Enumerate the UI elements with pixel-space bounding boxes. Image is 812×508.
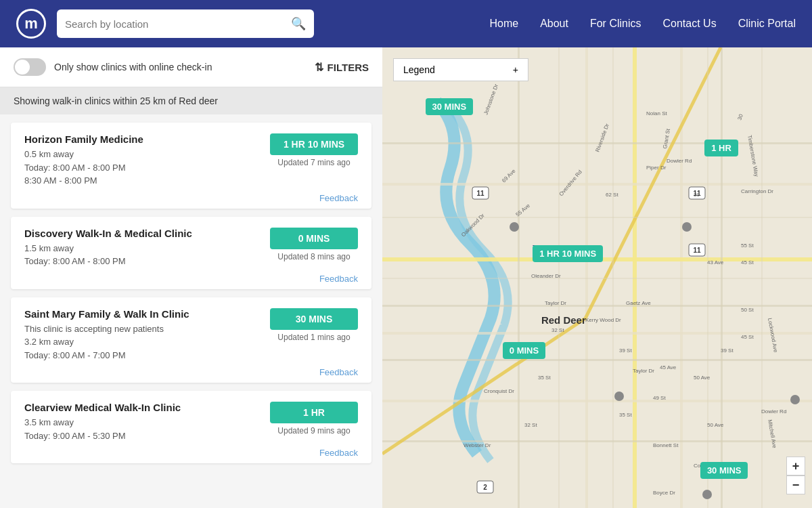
header: m 🔍 Home About For Clinics Contact Us Cl… <box>0 0 812 47</box>
svg-text:Bonnett St: Bonnett St <box>653 442 679 448</box>
updated-1: Updated 8 mins ago <box>270 252 358 261</box>
feedback-link-3[interactable]: Feedback <box>319 448 358 458</box>
updated-3: Updated 9 mins ago <box>270 426 358 436</box>
svg-rect-15 <box>382 278 812 279</box>
svg-text:35 St: 35 St <box>538 375 551 381</box>
clinic-hours-0: Today: 8:00 AM - 8:00 PM <box>24 161 143 175</box>
svg-rect-19 <box>761 47 763 508</box>
svg-rect-18 <box>707 47 708 508</box>
svg-text:45 Ave: 45 Ave <box>660 364 677 371</box>
svg-text:11: 11 <box>693 247 701 254</box>
map-placeholder: 11 11 11 2 Johnstone Dr Piper Dr Nolan S… <box>382 47 812 508</box>
svg-text:62 St: 62 St <box>606 192 618 198</box>
clinic-distance-3: 3.5 km away <box>24 416 181 429</box>
clinic-card-0: Horizon Family Medicine 0.5 km away Toda… <box>11 123 371 209</box>
clinic-hours-1: Today: 8:00 AM - 8:00 PM <box>24 255 192 268</box>
map-badge-0[interactable]: 30 MINS <box>426 98 474 115</box>
svg-rect-16 <box>612 47 614 508</box>
svg-point-30 <box>614 391 624 401</box>
online-checkin-toggle[interactable] <box>14 58 46 76</box>
search-icon[interactable]: 🔍 <box>291 16 306 31</box>
map-badge-4[interactable]: 30 MINS <box>700 462 748 479</box>
svg-text:45 St: 45 St <box>741 334 754 340</box>
clinic-wait-group-0: 1 HR 10 MINS Updated 7 mins ago <box>270 133 358 167</box>
svg-text:30: 30 <box>694 192 700 198</box>
svg-text:Webster Dr: Webster Dr <box>464 442 491 448</box>
clinic-card-1: Discovery Walk-In & Medical Clinic 1.5 k… <box>11 217 371 289</box>
logo-letter: m <box>24 15 38 33</box>
map-svg: 11 11 11 2 Johnstone Dr Piper Dr Nolan S… <box>382 47 812 508</box>
svg-text:45 St: 45 St <box>741 259 754 266</box>
map-badge-3[interactable]: 0 MINS <box>503 342 545 359</box>
search-bar[interactable]: 🔍 <box>57 9 314 38</box>
left-panel: Only show clinics with online check-in ⇅… <box>0 47 382 508</box>
clinic-accepting-2: This clinic is accepting new patients <box>24 322 189 336</box>
svg-text:Piper Dr: Piper Dr <box>646 165 667 171</box>
nav-item-contact[interactable]: Contact Us <box>663 18 717 30</box>
clinic-name-0: Horizon Family Medicine <box>24 133 143 145</box>
svg-text:Dowler Rd: Dowler Rd <box>761 408 786 415</box>
map-pin-selected[interactable]: 1 HR 10 MINS <box>533 245 546 253</box>
svg-text:Taylor Dr: Taylor Dr <box>545 300 566 306</box>
zoom-out-button[interactable]: − <box>786 475 805 494</box>
clinic-hours-2: Today: 8:00 AM - 7:00 PM <box>24 349 189 362</box>
svg-text:32 St: 32 St <box>551 327 564 333</box>
svg-text:11: 11 <box>476 190 484 197</box>
svg-text:50 Ave: 50 Ave <box>694 375 710 381</box>
clinic-distance-0: 0.5 km away <box>24 148 143 161</box>
wait-badge-2: 30 MINS <box>270 308 358 330</box>
clinic-name-3: Clearview Medical Walk-In Clinic <box>24 402 181 413</box>
clinic-distance-2: 3.2 km away <box>24 335 189 349</box>
wait-badge-3: 1 HR <box>270 402 358 423</box>
svg-text:43 Ave: 43 Ave <box>707 259 724 266</box>
clinic-hours-3: Today: 9:00 AM - 5:30 PM <box>24 429 181 443</box>
svg-point-29 <box>682 222 692 232</box>
zoom-controls: + − <box>786 457 805 494</box>
svg-text:Boyce Dr: Boyce Dr <box>653 490 675 496</box>
svg-rect-14 <box>382 217 812 218</box>
search-input[interactable] <box>65 18 291 30</box>
clinic-name-2: Saint Mary Family & Walk In Clinic <box>24 308 189 320</box>
filters-button[interactable]: ⇅ FILTERS <box>315 61 369 74</box>
feedback-link-0[interactable]: Feedback <box>319 193 358 203</box>
nav-item-portal[interactable]: Clinic Portal <box>738 18 796 30</box>
svg-text:Cronquist Dr: Cronquist Dr <box>484 388 514 394</box>
clinic-wait-group-1: 0 MINS Updated 8 mins ago <box>270 228 358 261</box>
legend-box[interactable]: Legend + <box>393 58 528 81</box>
clinic-info-0: Horizon Family Medicine 0.5 km away Toda… <box>24 133 143 188</box>
clinic-distance-1: 1.5 km away <box>24 242 192 255</box>
feedback-link-2[interactable]: Feedback <box>319 367 358 377</box>
logo: m <box>16 9 46 39</box>
svg-text:Gaetz Ave: Gaetz Ave <box>626 300 651 306</box>
svg-text:49 St: 49 St <box>653 395 666 401</box>
map-area: 11 11 11 2 Johnstone Dr Piper Dr Nolan S… <box>382 47 812 508</box>
map-badge-1[interactable]: 1 HR <box>704 140 738 156</box>
svg-text:50 Ave: 50 Ave <box>707 422 724 428</box>
feedback-link-1[interactable]: Feedback <box>319 274 358 284</box>
legend-plus: + <box>513 64 518 75</box>
clinic-card-2: Saint Mary Family & Walk In Clinic This … <box>11 297 371 383</box>
toggle-knob <box>15 60 30 75</box>
zoom-in-button[interactable]: + <box>786 457 805 475</box>
svg-text:2: 2 <box>483 484 487 491</box>
nav-item-about[interactable]: About <box>540 18 568 30</box>
svg-text:Kerry Wood Dr: Kerry Wood Dr <box>585 317 621 323</box>
svg-point-28 <box>510 222 519 232</box>
clinic-card-3: Clearview Medical Walk-In Clinic 3.5 km … <box>11 391 371 463</box>
clinic-info-3: Clearview Medical Walk-In Clinic 3.5 km … <box>24 402 181 442</box>
svg-rect-7 <box>382 400 812 402</box>
updated-0: Updated 7 mins ago <box>270 158 358 167</box>
svg-point-32 <box>790 395 800 404</box>
svg-text:Dowler Rd: Dowler Rd <box>667 158 692 164</box>
svg-text:55 St: 55 St <box>741 242 754 249</box>
logo-circle: m <box>16 9 46 39</box>
wait-badge-1: 0 MINS <box>270 228 358 249</box>
nav-item-for-clinics[interactable]: For Clinics <box>590 18 641 30</box>
map-pin-label: 1 HR 10 MINS <box>533 245 603 262</box>
toggle-label: Only show clinics with online check-in <box>54 62 315 72</box>
showing-text: Showing walk-in clinics within 25 km of … <box>14 96 218 106</box>
nav-item-home[interactable]: Home <box>489 18 518 30</box>
clinic-wait-group-3: 1 HR Updated 9 mins ago <box>270 402 358 436</box>
clinic-wait-group-2: 30 MINS Updated 1 mins ago <box>270 308 358 342</box>
clinics-list: Horizon Family Medicine 0.5 km away Toda… <box>0 114 382 508</box>
